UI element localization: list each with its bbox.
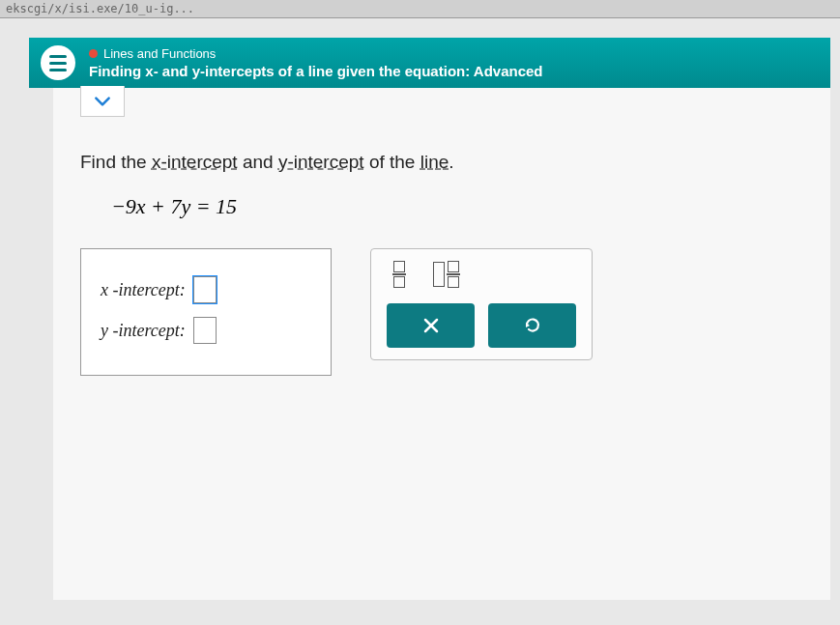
y-intercept-label: y -intercept: — [101, 321, 186, 341]
question-text: Find the x-intercept and y-intercept of … — [80, 152, 803, 173]
y-intercept-term[interactable]: y-intercept — [278, 152, 364, 172]
content-area: Find the x-intercept and y-intercept of … — [53, 88, 830, 600]
url-fragment: ekscgi/x/isi.exe/10_u-ig... — [0, 0, 840, 18]
clear-button[interactable] — [387, 303, 475, 348]
x-intercept-label: x -intercept: — [101, 280, 186, 300]
close-icon — [421, 316, 441, 335]
y-intercept-input[interactable] — [193, 317, 217, 344]
lesson-title: Finding x- and y-intercepts of a line gi… — [89, 63, 819, 79]
chevron-down-icon — [93, 95, 112, 108]
lesson-header: Lines and Functions Finding x- and y-int… — [29, 38, 830, 88]
x-intercept-term[interactable]: x-intercept — [152, 152, 238, 172]
equation: −9x + 7y = 15 — [111, 194, 803, 219]
fraction-icon — [392, 261, 406, 288]
menu-button[interactable] — [41, 45, 75, 80]
mixed-fraction-icon — [447, 261, 460, 288]
collapse-toggle[interactable] — [80, 86, 125, 117]
answer-box: x -intercept: y -intercept: — [80, 248, 332, 376]
lesson-category: Lines and Functions — [89, 46, 819, 61]
fraction-button[interactable] — [392, 261, 406, 288]
category-label: Lines and Functions — [103, 46, 216, 61]
mixed-fraction-button[interactable] — [433, 261, 460, 288]
undo-icon — [523, 316, 542, 335]
x-intercept-input[interactable] — [193, 276, 217, 303]
hamburger-icon — [49, 55, 67, 58]
tool-palette — [370, 248, 593, 360]
mixed-fraction-whole-icon — [433, 262, 445, 287]
category-dot-icon — [89, 49, 98, 58]
reset-button[interactable] — [488, 303, 576, 348]
line-term[interactable]: line — [420, 152, 449, 172]
